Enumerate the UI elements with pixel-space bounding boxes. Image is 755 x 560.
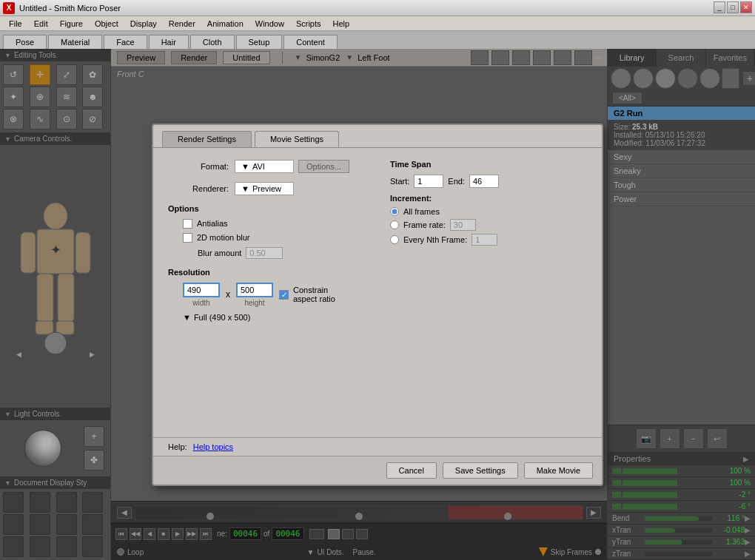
menu-display[interactable]: Display: [124, 18, 163, 30]
preset-arrow: ▼: [183, 313, 191, 322]
every-nth-radio[interactable]: [390, 235, 399, 244]
tab-setup[interactable]: Setup: [236, 35, 283, 49]
tab-cloth[interactable]: Cloth: [190, 35, 235, 49]
timespan-section: Time Span Start: End: Increment:: [390, 160, 587, 246]
app-icon: X: [3, 2, 15, 14]
renderer-control: ▼ Preview: [235, 182, 294, 195]
timespan-row: Start: End:: [390, 175, 587, 188]
app-title: Untitled - Smith Micro Poser: [19, 4, 121, 13]
renderer-dropdown[interactable]: ▼ Preview: [235, 182, 294, 195]
height-label: height: [244, 299, 264, 307]
dialog-content: Format: ▼ AVI Options... Rende: [153, 147, 602, 437]
frame-rate-row: Frame rate:: [390, 219, 587, 231]
two-col-layout: Format: ▼ AVI Options... Rende: [168, 160, 587, 322]
resolution-section: Resolution width x height: [168, 268, 360, 322]
renderer-row: Renderer: ▼ Preview: [168, 182, 360, 195]
resolution-label: Resolution: [168, 268, 360, 277]
tab-render-settings[interactable]: Render Settings: [162, 131, 252, 147]
tab-movie-settings[interactable]: Movie Settings: [255, 131, 339, 147]
maximize-button[interactable]: □: [727, 1, 739, 13]
every-nth-row: Every Nth Frame:: [390, 234, 587, 246]
menu-scripts[interactable]: Scripts: [290, 18, 327, 30]
format-value: AVI: [252, 162, 265, 171]
timespan-title: Time Span: [390, 160, 587, 169]
every-nth-label: Every Nth Frame:: [403, 235, 467, 244]
renderer-value: Preview: [252, 184, 281, 193]
options-section: Options Antialias 2D motion blur Blur am…: [168, 204, 360, 259]
render-dialog: Render Settings Movie Settings Format: ▼: [152, 124, 603, 486]
every-nth-input[interactable]: [472, 234, 497, 246]
res-x-separator: x: [226, 289, 230, 300]
all-frames-radio[interactable]: [390, 207, 399, 216]
menu-help[interactable]: Help: [327, 18, 356, 30]
renderer-label: Renderer:: [168, 184, 235, 193]
menubar: File Edit Figure Object Display Render A…: [0, 16, 755, 31]
modal-overlay: Render Settings Movie Settings Format: ▼: [0, 49, 755, 560]
tabbar: Pose Material Face Hair Cloth Setup Cont…: [0, 31, 755, 49]
menu-render[interactable]: Render: [163, 18, 201, 30]
cancel-button[interactable]: Cancel: [386, 462, 437, 479]
menu-file[interactable]: File: [3, 18, 28, 30]
make-movie-button[interactable]: Make Movie: [524, 462, 593, 479]
end-input[interactable]: [469, 175, 499, 188]
motion-blur-checkbox[interactable]: [183, 233, 192, 243]
end-label: End:: [448, 177, 465, 186]
frame-rate-radio[interactable]: [390, 220, 399, 229]
menu-animation[interactable]: Animation: [201, 18, 249, 30]
resolution-preset: ▼ Full (490 x 500): [183, 313, 360, 322]
help-link[interactable]: Help topics: [193, 442, 233, 451]
save-settings-button[interactable]: Save Settings: [443, 462, 518, 479]
tab-material[interactable]: Material: [48, 35, 102, 49]
width-input[interactable]: [183, 283, 220, 297]
motion-blur-row: 2D motion blur: [183, 233, 360, 243]
window-controls: _ □ ✕: [714, 1, 752, 13]
all-frames-label: All frames: [403, 207, 440, 216]
help-label: Help:: [168, 442, 187, 451]
motion-blur-label: 2D motion blur: [197, 233, 250, 242]
format-dropdown[interactable]: ▼ AVI: [235, 160, 294, 173]
all-frames-row: All frames: [390, 207, 587, 216]
height-input[interactable]: [236, 283, 273, 297]
tab-pose[interactable]: Pose: [3, 35, 47, 49]
dialog-tabs: Render Settings Movie Settings: [153, 125, 602, 147]
menu-window[interactable]: Window: [249, 18, 290, 30]
close-button[interactable]: ✕: [740, 1, 752, 13]
dialog-footer: Cancel Save Settings Make Movie: [153, 456, 602, 485]
frame-rate-input[interactable]: [450, 219, 476, 231]
increment-section: Increment: All frames Frame rate:: [390, 194, 587, 246]
format-label: Format:: [168, 162, 235, 171]
titlebar: X Untitled - Smith Micro Poser _ □ ✕: [0, 0, 755, 16]
antialias-label: Antialias: [197, 219, 228, 228]
blur-amount-label: Blur amount: [198, 249, 241, 257]
blur-amount-row: Blur amount: [198, 247, 360, 259]
preset-label[interactable]: Full (490 x 500): [194, 313, 250, 322]
frame-rate-label: Frame rate:: [403, 220, 446, 229]
start-input[interactable]: [414, 175, 443, 188]
col-right: Time Span Start: End: Increment:: [375, 160, 587, 322]
constrain-checkbox[interactable]: ✓: [279, 290, 289, 300]
increment-title: Increment:: [390, 194, 587, 203]
antialias-row: Antialias: [183, 219, 360, 229]
dialog-help: Help: Help topics: [153, 437, 602, 456]
options-section-label: Options: [168, 204, 360, 213]
tab-face[interactable]: Face: [104, 35, 147, 49]
renderer-arrow: ▼: [241, 184, 249, 193]
col-left: Format: ▼ AVI Options... Rende: [168, 160, 360, 322]
format-control: ▼ AVI Options...: [235, 160, 349, 173]
format-row: Format: ▼ AVI Options...: [168, 160, 360, 173]
options-button[interactable]: Options...: [298, 160, 349, 173]
tab-content[interactable]: Content: [283, 35, 338, 49]
constrain-label: Constrainaspect ratio: [293, 286, 335, 303]
width-label: width: [192, 299, 209, 307]
menu-edit[interactable]: Edit: [28, 18, 54, 30]
minimize-button[interactable]: _: [714, 1, 725, 13]
blur-amount-input[interactable]: [246, 247, 283, 259]
tab-hair[interactable]: Hair: [149, 35, 189, 49]
main-layout: ▼ Editing Tools. ↺ ✛ ⤢ ✿ ✦ ⊕ ≋ ☻ ⊗ ∿ ⊙ ⊘…: [0, 49, 755, 560]
constrain-row: ✓ Constrainaspect ratio: [279, 286, 335, 303]
res-row: width x height ✓ Constrainaspect ratio: [183, 283, 360, 307]
menu-figure[interactable]: Figure: [54, 18, 89, 30]
format-arrow: ▼: [241, 162, 249, 171]
menu-object[interactable]: Object: [89, 18, 124, 30]
antialias-checkbox[interactable]: [183, 219, 192, 229]
